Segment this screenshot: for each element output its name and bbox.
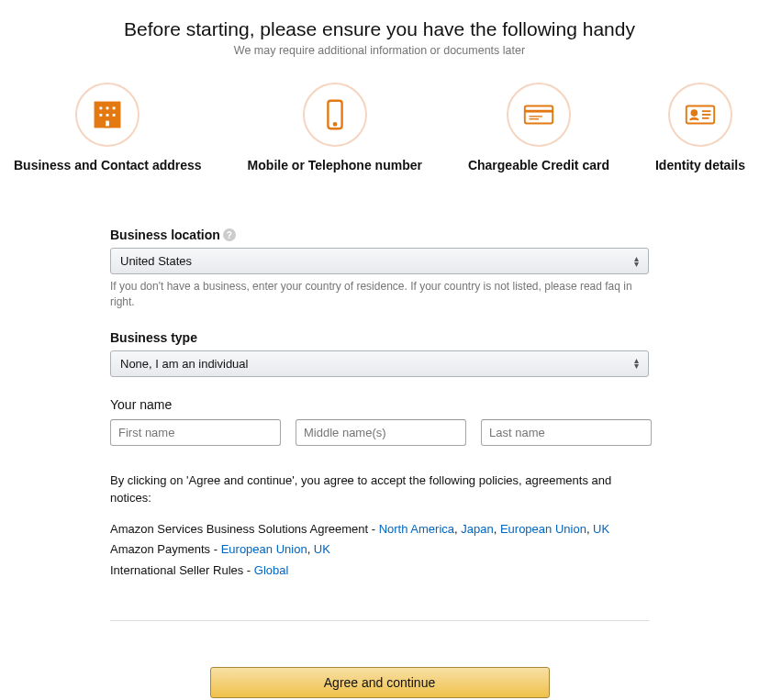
business-type-select[interactable]: None, I am an individual ▴▾	[110, 350, 649, 377]
svg-rect-6	[106, 113, 110, 117]
building-icon	[75, 83, 140, 147]
last-name-input[interactable]	[481, 419, 652, 446]
page-title: Before starting, please ensure you have …	[0, 18, 759, 40]
svg-rect-7	[112, 113, 117, 117]
svg-rect-2	[99, 106, 104, 111]
id-card-icon	[668, 83, 732, 147]
requirement-label: Identity details	[655, 158, 745, 172]
svg-rect-5	[99, 113, 104, 117]
phone-icon	[303, 83, 367, 147]
requirement-phone: Mobile or Telephone number	[248, 83, 422, 172]
middle-name-input[interactable]	[296, 419, 466, 446]
chevron-updown-icon: ▴▾	[634, 256, 639, 267]
svg-point-16	[691, 110, 697, 116]
your-name-label: Your name	[110, 397, 649, 412]
policy-row: International Seller Rules - Global	[110, 561, 649, 580]
help-icon[interactable]: ?	[223, 228, 236, 241]
your-name-group: Your name	[110, 397, 649, 446]
divider	[110, 620, 649, 621]
policy-link[interactable]: European Union	[500, 522, 586, 536]
policy-link[interactable]: Global	[254, 563, 289, 577]
policies-block: By clicking on 'Agree and continue', you…	[110, 472, 649, 580]
page-subtitle: We may require additional information or…	[0, 44, 759, 57]
requirement-label: Business and Contact address	[14, 158, 202, 172]
requirement-business-address: Business and Contact address	[14, 83, 202, 172]
credit-card-icon	[507, 83, 571, 147]
first-name-input[interactable]	[110, 419, 281, 446]
svg-rect-3	[106, 106, 110, 111]
business-location-group: Business location ? United States ▴▾ If …	[110, 228, 649, 310]
business-type-label: Business type	[110, 330, 649, 345]
requirement-credit-card: Chargeable Credit card	[468, 83, 609, 172]
requirement-identity: Identity details	[655, 83, 745, 172]
chevron-updown-icon: ▴▾	[634, 358, 639, 369]
policy-link[interactable]: European Union	[221, 542, 307, 556]
policy-link[interactable]: North America	[379, 522, 454, 536]
policy-link[interactable]: UK	[314, 542, 330, 556]
requirements-row: Business and Contact address Mobile or T…	[0, 66, 759, 200]
business-location-label: Business location ?	[110, 228, 649, 242]
business-location-hint: If you don't have a business, enter your…	[110, 279, 649, 310]
page-header: Before starting, please ensure you have …	[0, 0, 759, 66]
svg-rect-8	[105, 120, 110, 128]
business-type-group: Business type None, I am an individual ▴…	[110, 330, 649, 377]
svg-rect-4	[112, 106, 117, 111]
requirement-label: Mobile or Telephone number	[248, 158, 422, 172]
agree-continue-button[interactable]: Agree and continue	[210, 667, 550, 698]
policy-link[interactable]: UK	[593, 522, 609, 536]
svg-point-10	[333, 123, 336, 126]
business-location-select[interactable]: United States ▴▾	[110, 248, 649, 274]
form-section: Business location ? United States ▴▾ If …	[0, 200, 759, 700]
policy-link[interactable]: Japan	[461, 522, 493, 536]
policies-intro: By clicking on 'Agree and continue', you…	[110, 472, 649, 507]
requirement-label: Chargeable Credit card	[468, 158, 609, 172]
policy-row: Amazon Payments - European Union, UK	[110, 540, 649, 559]
policy-row: Amazon Services Business Solutions Agree…	[110, 520, 649, 539]
svg-rect-11	[525, 106, 553, 124]
